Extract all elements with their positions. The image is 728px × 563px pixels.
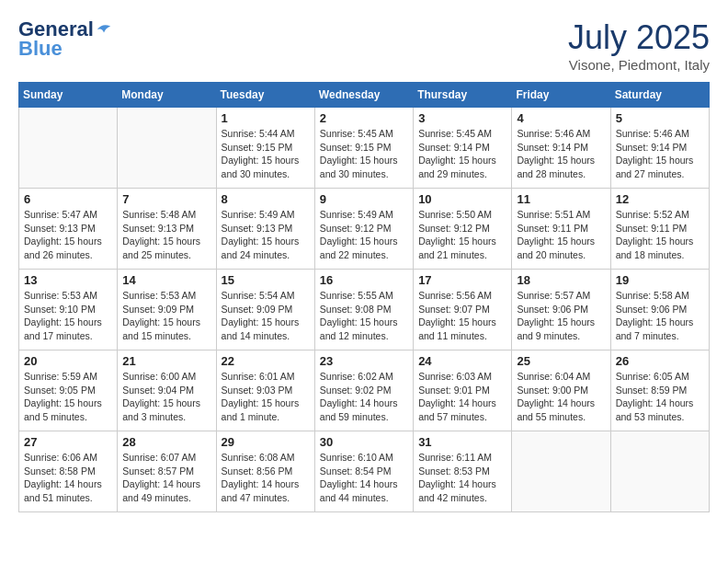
calendar-cell: [118, 108, 216, 189]
calendar-cell: 30Sunrise: 6:10 AM Sunset: 8:54 PM Dayli…: [314, 431, 413, 512]
day-info: Sunrise: 5:53 AM Sunset: 9:09 PM Dayligh…: [122, 289, 210, 343]
calendar-cell: 15Sunrise: 5:54 AM Sunset: 9:09 PM Dayli…: [216, 270, 314, 350]
day-info: Sunrise: 5:46 AM Sunset: 9:14 PM Dayligh…: [517, 127, 605, 181]
weekday-header-sunday: Sunday: [19, 83, 118, 108]
day-info: Sunrise: 5:58 AM Sunset: 9:06 PM Dayligh…: [616, 289, 704, 343]
calendar-cell: 10Sunrise: 5:50 AM Sunset: 9:12 PM Dayli…: [414, 189, 512, 270]
day-number: 12: [616, 192, 704, 206]
day-info: Sunrise: 5:55 AM Sunset: 9:08 PM Dayligh…: [320, 289, 408, 343]
calendar-cell: 16Sunrise: 5:55 AM Sunset: 9:08 PM Dayli…: [314, 270, 413, 350]
calendar-cell: 14Sunrise: 5:53 AM Sunset: 9:09 PM Dayli…: [118, 270, 216, 350]
day-info: Sunrise: 5:48 AM Sunset: 9:13 PM Dayligh…: [122, 208, 210, 262]
calendar-cell: 19Sunrise: 5:58 AM Sunset: 9:06 PM Dayli…: [610, 270, 709, 350]
weekday-header-friday: Friday: [512, 83, 610, 108]
day-info: Sunrise: 5:45 AM Sunset: 9:14 PM Dayligh…: [418, 127, 506, 181]
day-number: 27: [24, 435, 112, 449]
day-info: Sunrise: 6:04 AM Sunset: 9:00 PM Dayligh…: [517, 370, 605, 424]
calendar-cell: 25Sunrise: 6:04 AM Sunset: 9:00 PM Dayli…: [512, 350, 610, 431]
day-number: 16: [320, 273, 408, 287]
day-info: Sunrise: 5:50 AM Sunset: 9:12 PM Dayligh…: [418, 208, 506, 262]
calendar-cell: 22Sunrise: 6:01 AM Sunset: 9:03 PM Dayli…: [216, 350, 314, 431]
day-info: Sunrise: 6:02 AM Sunset: 9:02 PM Dayligh…: [320, 370, 408, 424]
day-info: Sunrise: 5:46 AM Sunset: 9:14 PM Dayligh…: [616, 127, 704, 181]
calendar-cell: 7Sunrise: 5:48 AM Sunset: 9:13 PM Daylig…: [118, 189, 216, 270]
day-number: 31: [418, 435, 506, 449]
day-info: Sunrise: 5:51 AM Sunset: 9:11 PM Dayligh…: [517, 208, 605, 262]
day-info: Sunrise: 6:03 AM Sunset: 9:01 PM Dayligh…: [418, 370, 506, 424]
calendar-cell: 2Sunrise: 5:45 AM Sunset: 9:15 PM Daylig…: [314, 108, 413, 189]
day-info: Sunrise: 5:54 AM Sunset: 9:09 PM Dayligh…: [222, 289, 310, 343]
week-row-1: 1Sunrise: 5:44 AM Sunset: 9:15 PM Daylig…: [19, 108, 710, 189]
day-number: 22: [222, 354, 310, 368]
calendar-cell: 3Sunrise: 5:45 AM Sunset: 9:14 PM Daylig…: [414, 108, 512, 189]
week-row-2: 6Sunrise: 5:47 AM Sunset: 9:13 PM Daylig…: [19, 189, 710, 270]
day-number: 2: [320, 111, 408, 125]
day-number: 8: [222, 192, 310, 206]
calendar-cell: [610, 431, 709, 512]
day-info: Sunrise: 6:11 AM Sunset: 8:53 PM Dayligh…: [418, 451, 506, 505]
day-number: 3: [418, 111, 506, 125]
calendar-table: SundayMondayTuesdayWednesdayThursdayFrid…: [18, 82, 710, 512]
week-row-3: 13Sunrise: 5:53 AM Sunset: 9:10 PM Dayli…: [19, 270, 710, 350]
calendar-cell: 8Sunrise: 5:49 AM Sunset: 9:13 PM Daylig…: [216, 189, 314, 270]
day-number: 6: [24, 192, 112, 206]
calendar-cell: 13Sunrise: 5:53 AM Sunset: 9:10 PM Dayli…: [19, 270, 118, 350]
day-info: Sunrise: 5:49 AM Sunset: 9:12 PM Dayligh…: [320, 208, 408, 262]
day-number: 4: [517, 111, 605, 125]
calendar-cell: 26Sunrise: 6:05 AM Sunset: 8:59 PM Dayli…: [610, 350, 709, 431]
day-number: 9: [320, 192, 408, 206]
day-info: Sunrise: 5:45 AM Sunset: 9:15 PM Dayligh…: [320, 127, 408, 181]
calendar-cell: 11Sunrise: 5:51 AM Sunset: 9:11 PM Dayli…: [512, 189, 610, 270]
day-number: 29: [222, 435, 310, 449]
day-number: 10: [418, 192, 506, 206]
calendar-cell: 31Sunrise: 6:11 AM Sunset: 8:53 PM Dayli…: [414, 431, 512, 512]
day-number: 19: [616, 273, 704, 287]
day-number: 24: [418, 354, 506, 368]
day-info: Sunrise: 5:53 AM Sunset: 9:10 PM Dayligh…: [24, 289, 112, 343]
calendar-cell: 5Sunrise: 5:46 AM Sunset: 9:14 PM Daylig…: [610, 108, 709, 189]
calendar-cell: 24Sunrise: 6:03 AM Sunset: 9:01 PM Dayli…: [414, 350, 512, 431]
day-info: Sunrise: 6:07 AM Sunset: 8:57 PM Dayligh…: [122, 451, 210, 505]
title-block: July 2025 Visone, Piedmont, Italy: [568, 18, 710, 73]
weekday-header-thursday: Thursday: [414, 83, 512, 108]
day-number: 25: [517, 354, 605, 368]
day-number: 28: [122, 435, 210, 449]
day-info: Sunrise: 6:01 AM Sunset: 9:03 PM Dayligh…: [222, 370, 310, 424]
logo: General Blue: [18, 18, 112, 61]
day-number: 26: [616, 354, 704, 368]
day-info: Sunrise: 5:59 AM Sunset: 9:05 PM Dayligh…: [24, 370, 112, 424]
day-number: 15: [222, 273, 310, 287]
day-number: 21: [122, 354, 210, 368]
day-number: 1: [222, 111, 310, 125]
location-subtitle: Visone, Piedmont, Italy: [568, 57, 710, 73]
day-info: Sunrise: 5:49 AM Sunset: 9:13 PM Dayligh…: [222, 208, 310, 262]
day-number: 13: [24, 273, 112, 287]
calendar-cell: 20Sunrise: 5:59 AM Sunset: 9:05 PM Dayli…: [19, 350, 118, 431]
day-number: 30: [320, 435, 408, 449]
day-info: Sunrise: 5:47 AM Sunset: 9:13 PM Dayligh…: [24, 208, 112, 262]
day-info: Sunrise: 5:44 AM Sunset: 9:15 PM Dayligh…: [222, 127, 310, 181]
calendar-cell: 9Sunrise: 5:49 AM Sunset: 9:12 PM Daylig…: [314, 189, 413, 270]
logo-bird-icon: [96, 21, 112, 38]
calendar-cell: 18Sunrise: 5:57 AM Sunset: 9:06 PM Dayli…: [512, 270, 610, 350]
calendar-cell: 17Sunrise: 5:56 AM Sunset: 9:07 PM Dayli…: [414, 270, 512, 350]
day-number: 5: [616, 111, 704, 125]
calendar-cell: 6Sunrise: 5:47 AM Sunset: 9:13 PM Daylig…: [19, 189, 118, 270]
calendar-cell: 23Sunrise: 6:02 AM Sunset: 9:02 PM Dayli…: [314, 350, 413, 431]
calendar-cell: [512, 431, 610, 512]
weekday-header-row: SundayMondayTuesdayWednesdayThursdayFrid…: [19, 83, 710, 108]
calendar-cell: 4Sunrise: 5:46 AM Sunset: 9:14 PM Daylig…: [512, 108, 610, 189]
calendar-cell: 27Sunrise: 6:06 AM Sunset: 8:58 PM Dayli…: [19, 431, 118, 512]
day-info: Sunrise: 6:06 AM Sunset: 8:58 PM Dayligh…: [24, 451, 112, 505]
calendar-cell: [19, 108, 118, 189]
calendar-cell: 1Sunrise: 5:44 AM Sunset: 9:15 PM Daylig…: [216, 108, 314, 189]
day-info: Sunrise: 6:08 AM Sunset: 8:56 PM Dayligh…: [222, 451, 310, 505]
day-number: 11: [517, 192, 605, 206]
week-row-4: 20Sunrise: 5:59 AM Sunset: 9:05 PM Dayli…: [19, 350, 710, 431]
day-info: Sunrise: 5:52 AM Sunset: 9:11 PM Dayligh…: [616, 208, 704, 262]
day-info: Sunrise: 6:10 AM Sunset: 8:54 PM Dayligh…: [320, 451, 408, 505]
day-number: 23: [320, 354, 408, 368]
month-title: July 2025: [568, 18, 710, 57]
calendar-cell: 28Sunrise: 6:07 AM Sunset: 8:57 PM Dayli…: [118, 431, 216, 512]
day-number: 14: [122, 273, 210, 287]
